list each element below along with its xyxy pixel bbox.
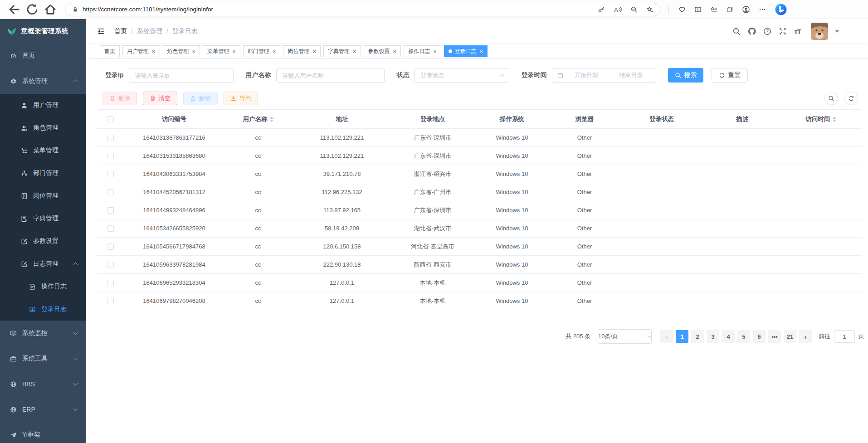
toggle-search-button[interactable]	[824, 92, 838, 105]
browser-home-icon[interactable]	[44, 3, 57, 16]
close-icon[interactable]: ×	[152, 49, 156, 54]
sidebar-item-menu-management[interactable]: 菜单管理	[0, 139, 86, 162]
username-input[interactable]	[276, 68, 385, 83]
tab-login-log[interactable]: 登录日志×	[444, 45, 488, 57]
sidebar-fold-icon[interactable]	[97, 27, 105, 35]
sort-carets-icon[interactable]	[833, 115, 836, 124]
unlock-button[interactable]: 解锁	[183, 92, 218, 105]
sidebar-item-system-tools[interactable]: 系统工具	[0, 346, 86, 371]
add-favorite-icon[interactable]	[646, 6, 653, 13]
browser-essentials-icon[interactable]	[678, 6, 686, 13]
next-page-button[interactable]: ›	[799, 330, 812, 343]
fullscreen-icon[interactable]	[779, 27, 787, 35]
close-icon[interactable]: ×	[312, 49, 316, 54]
row-checkbox[interactable]	[107, 153, 114, 159]
password-key-icon[interactable]	[598, 6, 605, 13]
bing-copilot-icon[interactable]	[775, 3, 787, 16]
close-icon[interactable]: ×	[192, 49, 196, 54]
favorites-icon[interactable]	[710, 6, 717, 13]
tab-department-management[interactable]: 部门管理×	[243, 45, 281, 57]
sidebar-item-log-management[interactable]: 日志管理	[0, 253, 86, 275]
tab-user-management[interactable]: 用户管理×	[122, 45, 160, 57]
page-ellipsis[interactable]: •••	[768, 330, 781, 343]
tab-operation-log[interactable]: 操作日志×	[404, 45, 441, 57]
page-button-4[interactable]: 4	[722, 330, 735, 343]
clear-button[interactable]: 清空	[143, 92, 177, 105]
sidebar-item-erp[interactable]: ERP	[0, 397, 86, 422]
sidebar-item-home[interactable]: 首页	[0, 43, 86, 68]
sidebar-item-department-management[interactable]: 部门管理	[0, 162, 86, 185]
sidebar-item-system-monitor[interactable]: 系统监控	[0, 321, 86, 346]
date-range-picker[interactable]: 开始日期 - 结束日期	[552, 68, 656, 83]
page-button-21[interactable]: 21	[784, 330, 796, 343]
page-button-5[interactable]: 5	[737, 330, 750, 343]
split-screen-icon[interactable]	[694, 6, 702, 13]
tab-param-settings[interactable]: 参数设置×	[364, 45, 401, 57]
refresh-table-button[interactable]	[844, 92, 858, 105]
tab-dict-management[interactable]: 字典管理×	[323, 45, 361, 57]
address-bar[interactable]: https://ccnetcore.com:1101/system/log/lo…	[65, 3, 660, 16]
header-search-icon[interactable]	[732, 27, 741, 35]
github-icon[interactable]	[748, 27, 756, 35]
close-icon[interactable]: ×	[273, 49, 276, 54]
sidebar-item-role-management[interactable]: 角色管理	[0, 117, 86, 139]
sidebar-item-login-log[interactable]: 登录日志	[0, 298, 86, 321]
ip-input[interactable]	[129, 68, 234, 83]
export-button[interactable]: 导出	[224, 92, 258, 105]
browser-refresh-icon[interactable]	[25, 3, 39, 16]
row-checkbox[interactable]	[107, 298, 114, 304]
row-checkbox[interactable]	[107, 135, 114, 141]
row-checkbox[interactable]	[107, 225, 114, 232]
browser-more-icon[interactable]	[759, 6, 766, 13]
collections-icon[interactable]	[726, 6, 733, 13]
close-icon[interactable]: ×	[480, 49, 483, 54]
row-checkbox[interactable]	[107, 207, 114, 214]
breadcrumb-home[interactable]: 首页	[114, 27, 127, 35]
read-aloud-icon[interactable]: A	[614, 5, 622, 14]
close-icon[interactable]: ×	[393, 49, 397, 54]
delete-button[interactable]: 删除	[102, 92, 137, 105]
tab-home[interactable]: 首页	[100, 45, 120, 57]
search-button[interactable]: 搜索	[668, 68, 703, 83]
sidebar-item-system-management[interactable]: 系统管理	[0, 68, 86, 94]
close-icon[interactable]: ×	[433, 49, 437, 54]
zoom-out-icon[interactable]	[630, 6, 638, 13]
row-checkbox[interactable]	[107, 243, 114, 250]
sidebar-item-post-management[interactable]: 岗位管理	[0, 185, 86, 207]
status-select[interactable]: 登录状态	[414, 68, 509, 83]
sidebar-item-param-settings[interactable]: 参数设置	[0, 230, 86, 253]
app-logo[interactable]: 意框架管理系统	[0, 19, 86, 43]
sidebar-item-yi-framework[interactable]: Yi框架	[0, 422, 86, 443]
reset-button[interactable]: 重置	[712, 68, 748, 83]
row-checkbox[interactable]	[107, 262, 114, 268]
page-size-select[interactable]: 10条/页	[598, 329, 652, 344]
sidebar-item-bbs[interactable]: BBS	[0, 371, 86, 397]
sort-carets-icon[interactable]	[270, 115, 273, 124]
row-checkbox[interactable]	[107, 171, 114, 177]
column-header-8[interactable]: 访问时间	[780, 110, 862, 129]
tab-role-management[interactable]: 角色管理×	[163, 45, 200, 57]
row-checkbox[interactable]	[107, 189, 114, 195]
prev-page-button[interactable]: ‹	[660, 330, 673, 343]
breadcrumb-system[interactable]: 系统管理	[137, 27, 162, 35]
sidebar-item-dict-management[interactable]: 字典管理	[0, 207, 86, 230]
sidebar-item-user-management[interactable]: 用户管理	[0, 94, 86, 117]
page-button-3[interactable]: 3	[707, 330, 719, 343]
row-checkbox[interactable]	[107, 280, 114, 286]
tab-post-management[interactable]: 岗位管理×	[283, 45, 321, 57]
goto-page-input[interactable]	[834, 330, 855, 343]
column-header-1[interactable]: 用户名称	[224, 110, 292, 129]
avatar-caret-icon[interactable]	[835, 30, 839, 34]
page-button-1[interactable]: 1	[676, 330, 688, 343]
sidebar-item-operation-log[interactable]: 操作日志	[0, 275, 86, 298]
close-icon[interactable]: ×	[353, 49, 356, 54]
select-all-checkbox[interactable]	[107, 116, 114, 122]
page-button-6[interactable]: 6	[753, 330, 766, 343]
page-button-2[interactable]: 2	[691, 330, 704, 343]
close-icon[interactable]: ×	[232, 49, 236, 54]
user-avatar[interactable]	[811, 23, 828, 40]
browser-profile-icon[interactable]	[742, 5, 750, 14]
tab-menu-management[interactable]: 菜单管理×	[203, 45, 240, 57]
browser-back-icon[interactable]	[7, 3, 21, 16]
font-size-icon[interactable]: ᴛT	[794, 28, 801, 35]
